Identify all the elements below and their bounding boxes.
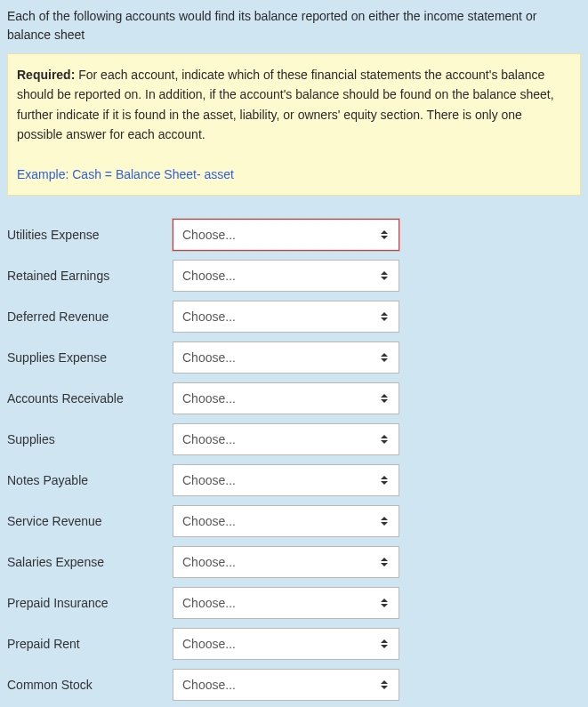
account-label: Deferred Revenue: [7, 309, 173, 324]
select-placeholder: Choose...: [182, 309, 236, 324]
required-box: Required: For each account, indicate whi…: [7, 53, 581, 196]
chevron-up-icon: [381, 353, 388, 357]
account-label: Notes Payable: [7, 473, 173, 487]
chevron-down-icon: [381, 522, 388, 526]
select-placeholder: Choose...: [182, 391, 236, 406]
select-placeholder: Choose...: [182, 596, 236, 610]
account-row: Retained EarningsChoose...: [7, 260, 581, 292]
chevron-up-icon: [381, 476, 388, 479]
account-row: Salaries ExpenseChoose...: [7, 546, 581, 578]
account-row: Utilities ExpenseChoose...: [7, 219, 581, 251]
chevron-up-icon: [381, 639, 388, 643]
account-label: Common Stock: [7, 678, 173, 692]
account-label: Prepaid Rent: [7, 637, 173, 651]
account-row: Prepaid RentChoose...: [7, 628, 581, 660]
account-label: Salaries Expense: [7, 555, 173, 569]
account-select[interactable]: Choose...: [173, 219, 399, 251]
sort-arrows-icon: [381, 599, 388, 607]
chevron-up-icon: [381, 312, 388, 316]
intro-text: Each of the following accounts would fin…: [7, 7, 581, 44]
sort-arrows-icon: [381, 680, 388, 689]
account-label: Prepaid Insurance: [7, 596, 173, 610]
account-select-wrapper: Choose...: [173, 505, 399, 537]
account-row: Notes PayableChoose...: [7, 464, 581, 496]
account-select-wrapper: Choose...: [173, 669, 399, 701]
select-placeholder: Choose...: [182, 269, 236, 283]
account-label: Service Revenue: [7, 514, 173, 528]
sort-arrows-icon: [381, 353, 388, 362]
account-select[interactable]: Choose...: [173, 260, 399, 292]
account-label: Retained Earnings: [7, 269, 173, 283]
account-label: Accounts Receivable: [7, 391, 173, 406]
account-row: Prepaid InsuranceChoose...: [7, 587, 581, 619]
chevron-down-icon: [381, 686, 388, 689]
chevron-down-icon: [381, 645, 388, 648]
chevron-down-icon: [381, 317, 388, 321]
required-paragraph: Required: For each account, indicate whi…: [17, 65, 571, 145]
sort-arrows-icon: [381, 476, 388, 485]
select-placeholder: Choose...: [182, 678, 236, 692]
chevron-up-icon: [381, 599, 388, 602]
required-label: Required:: [17, 68, 75, 82]
select-placeholder: Choose...: [182, 350, 236, 365]
select-placeholder: Choose...: [182, 228, 236, 242]
chevron-down-icon: [381, 604, 388, 607]
account-select[interactable]: Choose...: [173, 382, 399, 414]
account-select[interactable]: Choose...: [173, 464, 399, 496]
account-select[interactable]: Choose...: [173, 301, 399, 333]
account-label: Supplies: [7, 432, 173, 446]
chevron-down-icon: [381, 358, 388, 362]
sort-arrows-icon: [381, 558, 388, 566]
chevron-down-icon: [381, 440, 388, 444]
sort-arrows-icon: [381, 394, 388, 403]
chevron-down-icon: [381, 563, 388, 566]
sort-arrows-icon: [381, 435, 388, 444]
account-select[interactable]: Choose...: [173, 341, 399, 374]
account-select-wrapper: Choose...: [173, 423, 399, 455]
sort-arrows-icon: [381, 271, 388, 280]
example-link[interactable]: Example: Cash = Balance Sheet- asset: [17, 167, 234, 181]
select-placeholder: Choose...: [182, 514, 236, 528]
chevron-down-icon: [381, 236, 388, 239]
account-row: Supplies ExpenseChoose...: [7, 341, 581, 374]
account-row: SuppliesChoose...: [7, 423, 581, 455]
account-select-wrapper: Choose...: [173, 382, 399, 414]
chevron-up-icon: [381, 435, 388, 438]
chevron-down-icon: [381, 481, 388, 485]
chevron-up-icon: [381, 230, 388, 234]
chevron-down-icon: [381, 399, 388, 403]
sort-arrows-icon: [381, 312, 388, 321]
chevron-down-icon: [381, 277, 388, 280]
account-select[interactable]: Choose...: [173, 423, 399, 455]
account-row: Service RevenueChoose...: [7, 505, 581, 537]
select-placeholder: Choose...: [182, 637, 236, 651]
account-select-wrapper: Choose...: [173, 628, 399, 660]
chevron-up-icon: [381, 394, 388, 398]
chevron-up-icon: [381, 517, 388, 520]
account-select[interactable]: Choose...: [173, 546, 399, 578]
chevron-up-icon: [381, 680, 388, 684]
account-label: Supplies Expense: [7, 350, 173, 365]
account-select-wrapper: Choose...: [173, 301, 399, 333]
chevron-up-icon: [381, 271, 388, 275]
account-row: Deferred RevenueChoose...: [7, 301, 581, 333]
account-select-wrapper: Choose...: [173, 341, 399, 374]
chevron-up-icon: [381, 558, 388, 561]
sort-arrows-icon: [381, 230, 388, 239]
account-row: Common StockChoose...: [7, 669, 581, 701]
account-select[interactable]: Choose...: [173, 587, 399, 619]
account-select-wrapper: Choose...: [173, 260, 399, 292]
select-placeholder: Choose...: [182, 432, 236, 446]
sort-arrows-icon: [381, 639, 388, 648]
account-select[interactable]: Choose...: [173, 669, 399, 701]
account-select-wrapper: Choose...: [173, 587, 399, 619]
sort-arrows-icon: [381, 517, 388, 526]
account-select[interactable]: Choose...: [173, 505, 399, 537]
account-label: Utilities Expense: [7, 228, 173, 242]
account-row: Accounts ReceivableChoose...: [7, 382, 581, 414]
account-select-wrapper: Choose...: [173, 464, 399, 496]
select-placeholder: Choose...: [182, 473, 236, 487]
accounts-table: Utilities ExpenseChoose...Retained Earni…: [7, 219, 581, 707]
account-select[interactable]: Choose...: [173, 628, 399, 660]
account-select-wrapper: Choose...: [173, 546, 399, 578]
